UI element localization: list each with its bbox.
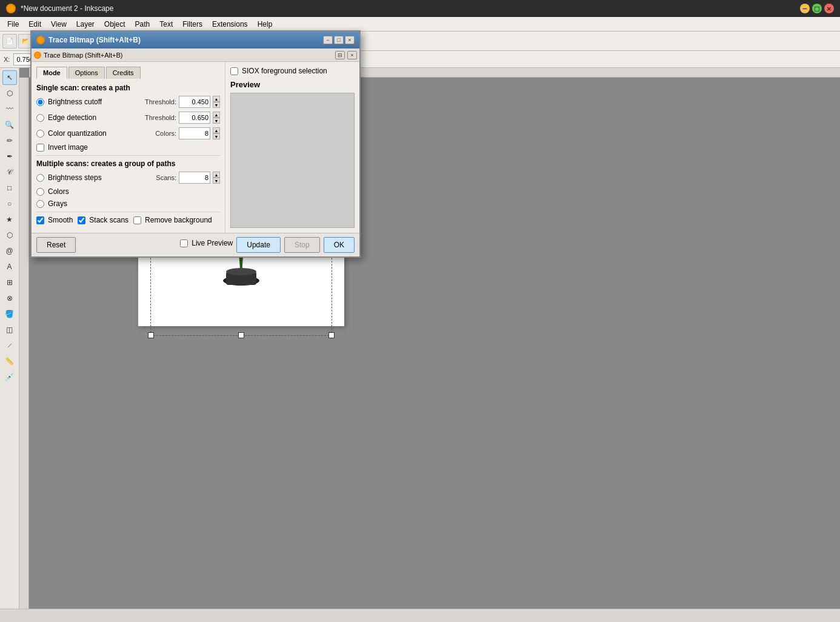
gradient-tool-button[interactable]: ◫	[2, 323, 17, 337]
dialog-minimize-button[interactable]: −	[323, 36, 333, 44]
dialog-inner-icon	[34, 52, 41, 59]
tab-mode[interactable]: Mode	[36, 67, 67, 79]
siox-checkbox[interactable]	[230, 67, 238, 75]
dialog-title-bar[interactable]: Trace Bitmap (Shift+Alt+B) − □ ×	[32, 32, 359, 48]
remove-background-checkbox[interactable]	[133, 216, 141, 224]
dialog-inner-float-button[interactable]: ⊟	[335, 51, 345, 59]
window-title: *New document 2 - Inkscape	[21, 4, 795, 13]
invert-image-row: Invert image	[36, 143, 220, 152]
dialog-left-panel: Mode Options Credits Single scan: create…	[32, 62, 225, 233]
edge-detection-label[interactable]: Edge detection	[48, 113, 141, 122]
3d-tool-button[interactable]: ⬡	[2, 228, 17, 242]
reset-button[interactable]: Reset	[36, 237, 76, 253]
live-preview-label[interactable]: Live Preview	[192, 239, 233, 247]
dialog-inner-bar: Trace Bitmap (Shift+Alt+B) ⊟ ×	[32, 48, 359, 62]
scans-group: Scans: ▲ ▼	[156, 172, 220, 184]
dialog-close-button[interactable]: ×	[345, 36, 355, 44]
edge-threshold-down[interactable]: ▼	[213, 118, 220, 124]
invert-image-checkbox[interactable]	[36, 144, 44, 152]
calligraphy-tool-button[interactable]: 𝒞	[2, 165, 17, 179]
smooth-label[interactable]: Smooth	[48, 216, 73, 224]
circle-tool-button[interactable]: ○	[2, 196, 17, 211]
menu-file[interactable]: File	[2, 19, 24, 30]
menu-extensions[interactable]: Extensions	[207, 19, 253, 30]
brightness-cutoff-label[interactable]: Brightness cutoff	[48, 98, 141, 106]
colors-radio[interactable]	[36, 188, 44, 196]
handle-bl[interactable]	[148, 332, 154, 338]
menu-text[interactable]: Text	[155, 19, 178, 30]
fill-tool-button[interactable]: 🪣	[2, 307, 17, 321]
stack-scans-label[interactable]: Stack scans	[89, 216, 128, 224]
text-tool-button[interactable]: A	[2, 259, 17, 274]
spray-tool-button[interactable]: ⊞	[2, 275, 17, 290]
grays-radio-label[interactable]: Grays	[48, 199, 220, 208]
connector-tool-button[interactable]: ⟋	[2, 338, 17, 353]
colors-up[interactable]: ▲	[213, 127, 220, 133]
stack-scans-row: Stack scans	[78, 216, 128, 224]
grays-radio[interactable]	[36, 200, 44, 208]
color-quantization-label[interactable]: Color quantization	[48, 129, 152, 138]
eraser-tool-button[interactable]: ⊗	[2, 291, 17, 306]
colors-input[interactable]	[179, 127, 210, 139]
scans-up[interactable]: ▲	[213, 172, 220, 178]
handle-br[interactable]	[328, 332, 335, 338]
colors-down[interactable]: ▼	[213, 133, 220, 139]
measure-tool-button[interactable]: 📏	[2, 354, 17, 369]
divider-2	[36, 212, 220, 212]
close-button[interactable]: ×	[824, 4, 834, 13]
maximize-button[interactable]: □	[812, 4, 822, 13]
color-quantization-radio[interactable]	[36, 130, 44, 138]
minimize-button[interactable]: −	[800, 4, 810, 13]
dialog-right-panel: SIOX foreground selection Preview	[225, 62, 359, 233]
x-label: X:	[4, 56, 10, 63]
tab-options[interactable]: Options	[68, 67, 105, 79]
tweak-tool-button[interactable]: 〰	[2, 102, 17, 116]
colors-radio-label[interactable]: Colors	[48, 187, 220, 196]
brightness-threshold-up[interactable]: ▲	[213, 96, 220, 102]
zoom-tool-button[interactable]: 🔍	[2, 118, 17, 132]
dialog-title: Trace Bitmap (Shift+Alt+B)	[48, 36, 141, 44]
menu-object[interactable]: Object	[99, 19, 130, 30]
smooth-checkbox[interactable]	[36, 216, 44, 224]
invert-image-label[interactable]: Invert image	[48, 143, 88, 152]
remove-background-label[interactable]: Remove background	[145, 216, 212, 224]
select-tool-button[interactable]: ↖	[2, 70, 17, 85]
spiral-tool-button[interactable]: @	[2, 244, 17, 258]
handle-bc[interactable]	[238, 332, 244, 338]
remove-background-row: Remove background	[133, 216, 212, 224]
dialog-footer: Reset Live Preview Update Stop OK	[32, 233, 359, 256]
stop-button[interactable]: Stop	[284, 237, 320, 253]
pencil-tool-button[interactable]: ✏	[2, 133, 17, 148]
live-preview-checkbox[interactable]	[180, 239, 188, 247]
menu-layer[interactable]: Layer	[72, 19, 99, 30]
edge-detection-radio[interactable]	[36, 114, 44, 122]
stack-scans-checkbox[interactable]	[78, 216, 85, 224]
new-button[interactable]: 📄	[2, 34, 17, 48]
brightness-steps-label[interactable]: Brightness steps	[48, 173, 152, 182]
dialog-inner-close-button[interactable]: ×	[347, 51, 357, 59]
edge-threshold-up[interactable]: ▲	[213, 112, 220, 118]
brightness-steps-radio[interactable]	[36, 174, 44, 182]
dropper-tool-button[interactable]: 💉	[2, 370, 17, 384]
menu-view[interactable]: View	[46, 19, 72, 30]
tab-credits[interactable]: Credits	[106, 67, 141, 79]
brightness-cutoff-radio[interactable]	[36, 98, 44, 106]
brightness-threshold-down[interactable]: ▼	[213, 102, 220, 108]
update-button[interactable]: Update	[236, 237, 281, 253]
menu-edit[interactable]: Edit	[24, 19, 46, 30]
rect-tool-button[interactable]: □	[2, 181, 17, 195]
pen-tool-button[interactable]: ✒	[2, 149, 17, 164]
scans-input[interactable]	[179, 172, 210, 184]
menu-path[interactable]: Path	[130, 19, 155, 30]
siox-label[interactable]: SIOX foreground selection	[242, 67, 327, 75]
brightness-threshold-input[interactable]	[179, 96, 210, 108]
menu-help[interactable]: Help	[253, 19, 278, 30]
colors-radio-row: Colors	[36, 187, 220, 196]
ok-button[interactable]: OK	[324, 237, 355, 253]
edge-threshold-input[interactable]	[179, 112, 210, 124]
node-tool-button[interactable]: ⬡	[2, 86, 17, 101]
dialog-maximize-button[interactable]: □	[334, 36, 344, 44]
star-tool-button[interactable]: ★	[2, 212, 17, 227]
menu-filters[interactable]: Filters	[178, 19, 207, 30]
scans-down[interactable]: ▼	[213, 178, 220, 184]
